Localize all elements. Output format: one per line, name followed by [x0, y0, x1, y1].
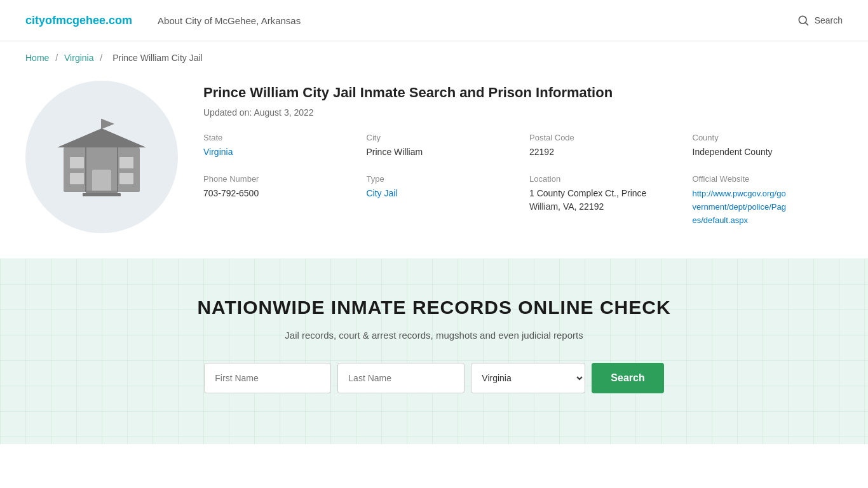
svg-point-0	[799, 16, 806, 24]
type-label: Type	[367, 174, 517, 184]
search-label: Search	[815, 15, 843, 25]
header-nav: About City of McGehee, Arkansas	[158, 15, 797, 26]
svg-marker-3	[102, 119, 114, 129]
info-cell-location: Location 1 County Complex Ct., Prince Wi…	[529, 174, 680, 227]
info-cell-website: Official Website http://www.pwcgov.org/g…	[693, 174, 843, 227]
jail-title: Prince William City Jail Inmate Search a…	[203, 84, 843, 102]
svg-rect-9	[119, 157, 133, 168]
svg-rect-8	[70, 173, 84, 184]
header-search[interactable]: Search	[797, 14, 843, 27]
breadcrumb: Home / Virginia / Prince William City Ja…	[0, 41, 868, 74]
website-value: http://www.pwcgov.org/go vernment/dept/p…	[693, 187, 843, 227]
svg-rect-6	[92, 170, 111, 192]
breadcrumb-sep-2: /	[100, 53, 105, 63]
info-section: Prince William City Jail Inmate Search a…	[203, 81, 843, 227]
location-value: 1 County Complex Ct., Prince William, VA…	[529, 187, 680, 214]
type-link[interactable]: City Jail	[367, 188, 398, 198]
phone-value: 703-792-6500	[203, 187, 354, 200]
city-value: Prince William	[367, 146, 517, 159]
county-value: Independent County	[693, 146, 843, 159]
header: cityofmcgehee.com About City of McGehee,…	[0, 0, 868, 41]
info-cell-type: Type City Jail	[367, 174, 517, 227]
search-icon	[797, 14, 810, 27]
records-title: NATIONWIDE INMATE RECORDS ONLINE CHECK	[25, 297, 843, 318]
svg-line-1	[806, 23, 808, 25]
svg-rect-10	[119, 173, 133, 184]
website-link[interactable]: http://www.pwcgov.org/go vernment/dept/p…	[693, 189, 786, 225]
website-label: Official Website	[693, 174, 843, 184]
postal-value: 22192	[529, 146, 680, 159]
breadcrumb-current: Prince William City Jail	[112, 53, 203, 63]
svg-rect-14	[83, 193, 121, 196]
info-cell-county: County Independent County	[693, 133, 843, 159]
type-value: City Jail	[367, 187, 517, 200]
info-grid: State Virginia City Prince William Posta…	[203, 133, 843, 227]
records-form: AlabamaAlaskaArizonaArkansasCaliforniaCo…	[25, 363, 843, 393]
records-section: NATIONWIDE INMATE RECORDS ONLINE CHECK J…	[0, 259, 868, 444]
state-select[interactable]: AlabamaAlaskaArizonaArkansasCaliforniaCo…	[471, 363, 585, 393]
info-cell-city: City Prince William	[367, 133, 517, 159]
info-cell-state: State Virginia	[203, 133, 354, 159]
site-logo[interactable]: cityofmcgehee.com	[25, 14, 132, 27]
state-value: Virginia	[203, 146, 354, 159]
last-name-input[interactable]	[337, 363, 465, 393]
state-label: State	[203, 133, 354, 142]
state-link[interactable]: Virginia	[203, 147, 233, 157]
postal-label: Postal Code	[529, 133, 680, 142]
location-label: Location	[529, 174, 680, 184]
jail-building-icon	[51, 112, 153, 201]
jail-image-container	[25, 81, 178, 233]
search-button[interactable]: Search	[592, 363, 663, 393]
first-name-input[interactable]	[204, 363, 331, 393]
county-label: County	[693, 133, 843, 142]
header-nav-text: About City of McGehee, Arkansas	[158, 15, 301, 26]
breadcrumb-sep-1: /	[55, 53, 60, 63]
phone-label: Phone Number	[203, 174, 354, 184]
jail-updated: Updated on: August 3, 2022	[203, 107, 843, 118]
main-content: Prince William City Jail Inmate Search a…	[0, 74, 868, 259]
info-cell-phone: Phone Number 703-792-6500	[203, 174, 354, 227]
info-cell-postal: Postal Code 22192	[529, 133, 680, 159]
breadcrumb-home[interactable]: Home	[25, 53, 49, 63]
records-subtitle: Jail records, court & arrest records, mu…	[25, 330, 843, 341]
breadcrumb-state[interactable]: Virginia	[64, 53, 93, 63]
city-label: City	[367, 133, 517, 142]
svg-rect-7	[70, 157, 84, 168]
svg-marker-5	[57, 128, 146, 147]
